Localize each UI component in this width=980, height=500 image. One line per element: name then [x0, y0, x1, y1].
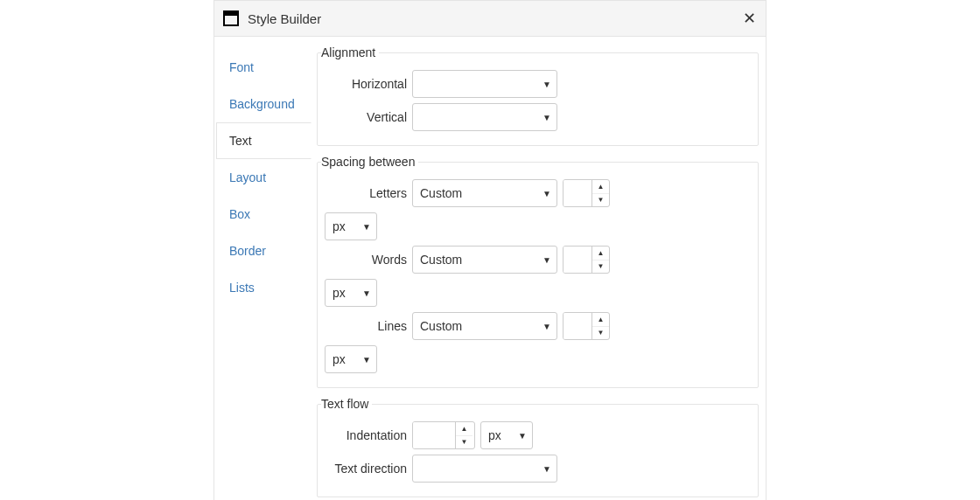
nav-tabstrip: Font Background Text Layout Box Border L… [216, 45, 311, 500]
spin-up-icon[interactable]: ▲ [592, 247, 609, 260]
letters-label: Letters [325, 186, 412, 200]
letters-value-stepper[interactable]: ▲ ▼ [563, 179, 610, 207]
textflow-legend: Text flow [321, 397, 372, 411]
alignment-legend: Alignment [321, 45, 379, 59]
letters-unit-dropdown[interactable]: px ▼ [325, 212, 377, 240]
spin-down-icon[interactable]: ▼ [456, 436, 472, 449]
lines-mode-dropdown[interactable]: Custom ▼ [412, 312, 557, 340]
chevron-down-icon: ▼ [513, 431, 532, 441]
spin-up-icon[interactable]: ▲ [592, 313, 609, 327]
words-mode-value: Custom [413, 253, 537, 267]
indentation-unit-value: px [481, 428, 513, 442]
window-icon [223, 10, 239, 26]
horizontal-label: Horizontal [325, 77, 412, 91]
letters-mode-dropdown[interactable]: Custom ▼ [412, 179, 557, 207]
dialog-body: Font Background Text Layout Box Border L… [214, 37, 766, 500]
nav-item-background[interactable]: Background [216, 86, 311, 122]
nav-item-font[interactable]: Font [216, 49, 311, 86]
chevron-down-icon: ▼ [537, 189, 556, 198]
lines-value-stepper[interactable]: ▲ ▼ [563, 312, 610, 340]
letters-value-input[interactable] [564, 180, 592, 206]
indentation-unit-dropdown[interactable]: px ▼ [480, 421, 533, 449]
letters-unit-value: px [326, 219, 357, 233]
nav-item-lists[interactable]: Lists [216, 269, 311, 306]
svg-rect-1 [224, 11, 238, 16]
words-label: Words [325, 253, 412, 267]
nav-item-box[interactable]: Box [216, 196, 311, 233]
close-button[interactable]: ✕ [741, 10, 757, 26]
chevron-down-icon: ▼ [537, 255, 556, 265]
chevron-down-icon: ▼ [537, 113, 556, 122]
words-unit-dropdown[interactable]: px ▼ [325, 279, 377, 307]
spacing-legend: Spacing between [321, 155, 418, 169]
nav-item-layout[interactable]: Layout [216, 159, 311, 196]
chevron-down-icon: ▼ [537, 80, 556, 89]
lines-label: Lines [325, 319, 412, 333]
textflow-group: Text flow Indentation ▲ ▼ px ▼ [317, 397, 759, 497]
spin-up-icon[interactable]: ▲ [592, 180, 609, 194]
lines-unit-dropdown[interactable]: px ▼ [325, 345, 377, 373]
words-unit-value: px [326, 286, 357, 300]
direction-label: Text direction [325, 462, 412, 476]
content-pane: Alignment Horizontal ▼ Vertical ▼ [311, 45, 759, 500]
chevron-down-icon: ▼ [537, 464, 556, 474]
vertical-label: Vertical [325, 110, 412, 124]
dialog-title: Style Builder [248, 11, 741, 26]
direction-dropdown[interactable]: ▼ [412, 455, 557, 483]
spin-down-icon[interactable]: ▼ [592, 194, 609, 207]
alignment-group: Alignment Horizontal ▼ Vertical ▼ [317, 45, 759, 146]
chevron-down-icon: ▼ [357, 222, 376, 232]
indentation-label: Indentation [325, 428, 412, 442]
nav-item-border[interactable]: Border [216, 233, 311, 269]
lines-unit-value: px [326, 352, 357, 366]
indentation-stepper[interactable]: ▲ ▼ [412, 421, 475, 449]
chevron-down-icon: ▼ [357, 355, 376, 365]
lines-mode-value: Custom [413, 319, 537, 333]
chevron-down-icon: ▼ [357, 288, 376, 298]
spin-down-icon[interactable]: ▼ [592, 260, 609, 274]
indentation-input[interactable] [413, 422, 455, 448]
horizontal-dropdown[interactable]: ▼ [412, 70, 557, 98]
spacing-group: Spacing between Letters Custom ▼ ▲ ▼ [317, 155, 759, 388]
dialog-titlebar: Style Builder ✕ [214, 0, 766, 37]
spin-up-icon[interactable]: ▲ [456, 422, 472, 436]
spin-down-icon[interactable]: ▼ [592, 327, 609, 340]
close-icon: ✕ [743, 9, 756, 28]
lines-value-input[interactable] [564, 313, 592, 339]
words-value-stepper[interactable]: ▲ ▼ [563, 246, 610, 274]
nav-item-text[interactable]: Text [216, 122, 312, 159]
style-builder-dialog: Style Builder ✕ Font Background Text Lay… [214, 0, 766, 500]
words-mode-dropdown[interactable]: Custom ▼ [412, 246, 557, 274]
chevron-down-icon: ▼ [537, 322, 556, 331]
vertical-dropdown[interactable]: ▼ [412, 103, 557, 131]
letters-mode-value: Custom [413, 186, 537, 200]
words-value-input[interactable] [564, 247, 592, 273]
